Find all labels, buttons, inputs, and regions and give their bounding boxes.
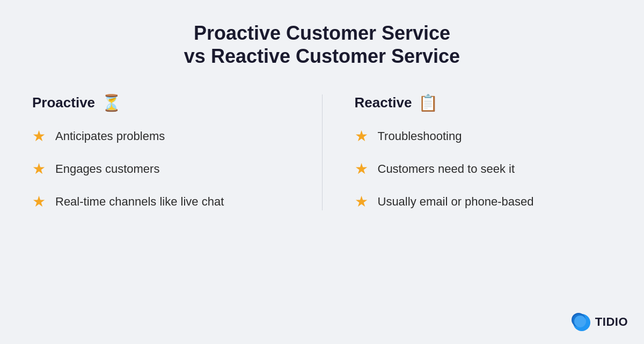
star-icon: ★ [355,127,368,145]
proactive-item-1: Anticipates problems [55,129,165,143]
reactive-header: Reactive 📋 [355,94,612,111]
reactive-item-1: Troubleshooting [378,129,462,143]
page-title: Proactive Customer Service vs Reactive C… [184,21,460,68]
list-item: ★ Customers need to seek it [355,160,612,178]
tidio-logo-icon [572,312,592,332]
star-icon: ★ [32,193,46,210]
reactive-column: Reactive 📋 ★ Troubleshooting ★ Customers… [355,94,612,210]
reactive-item-2: Customers need to seek it [378,162,515,176]
proactive-icon: ⏳ [101,95,121,111]
list-item: ★ Usually email or phone-based [355,193,612,210]
tidio-logo: TIDIO [572,312,628,332]
proactive-item-2: Engages customers [55,162,159,176]
svg-point-3 [574,316,586,327]
star-icon: ★ [355,193,368,210]
star-icon: ★ [355,160,368,178]
column-divider [322,94,323,210]
reactive-title: Reactive [355,94,412,111]
list-item: ★ Engages customers [32,160,290,178]
comparison-columns: Proactive ⏳ ★ Anticipates problems ★ Eng… [32,94,612,210]
star-icon: ★ [32,160,46,178]
list-item: ★ Troubleshooting [355,127,612,145]
reactive-list: ★ Troubleshooting ★ Customers need to se… [355,127,612,210]
proactive-title: Proactive [32,94,95,111]
reactive-item-3: Usually email or phone-based [378,195,534,209]
list-item: ★ Real-time channels like live chat [32,193,290,210]
proactive-column: Proactive ⏳ ★ Anticipates problems ★ Eng… [32,94,290,210]
proactive-list: ★ Anticipates problems ★ Engages custome… [32,127,290,210]
star-icon: ★ [32,127,46,145]
reactive-icon: 📋 [418,95,438,111]
tidio-logo-text: TIDIO [595,315,628,329]
proactive-item-3: Real-time channels like live chat [55,195,224,209]
list-item: ★ Anticipates problems [32,127,290,145]
proactive-header: Proactive ⏳ [32,94,290,111]
